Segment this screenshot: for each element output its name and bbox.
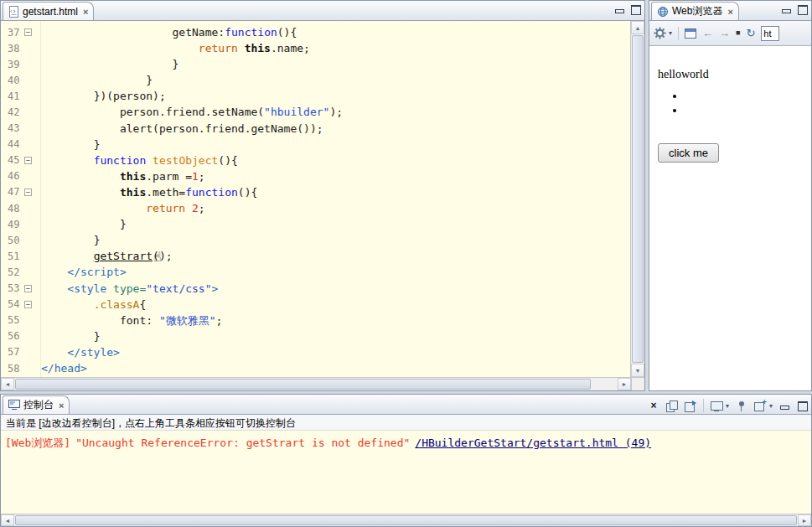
vertical-scroll-thumb[interactable] [632,35,644,363]
code-line[interactable]: </script> [41,264,630,280]
url-input[interactable] [761,26,779,41]
code-line[interactable]: alert(person.friend.getName()); [41,121,630,137]
editor-tabbar: getstart.html × [1,1,644,21]
gutter-line: 54− [1,297,40,313]
editor-vertical-scrollbar[interactable]: ▲ ▼ [630,21,644,377]
maximize-icon[interactable] [630,5,641,14]
console-panel: 控制台 × × ▾ ▾ 当前是 [边改边看控制台]，点右上角工具条相应按钮可切换… [0,394,812,527]
minimize-icon[interactable] [614,5,625,14]
open-console-icon[interactable] [754,400,766,411]
code-line[interactable]: })(person); [41,88,630,104]
pin-console-icon[interactable] [736,400,747,411]
gutter-line: 41 [1,88,40,104]
scroll-up-arrow[interactable]: ▲ [631,21,644,34]
code-line[interactable]: } [41,56,630,72]
maximize-icon[interactable] [797,401,808,411]
tab-web-browser[interactable]: Web浏览器 × [651,2,739,20]
browser-window-icon[interactable] [685,28,696,39]
code-line[interactable]: getStrart(); [41,248,630,264]
horizontal-scroll-thumb[interactable] [15,379,591,390]
code-line[interactable]: return this.name; [41,40,630,56]
code-line[interactable]: getName:function(){ [41,24,630,40]
code-token: type= [113,282,146,295]
stop-icon[interactable]: ■ [736,29,740,37]
code-lines[interactable]: getName:function(){ return this.name; } … [41,21,630,377]
code-line[interactable]: person.friend.setName("hbuilder"); [41,104,630,120]
error-file-link[interactable]: /HBuilderGetStart/getstart.html (49) [415,437,651,449]
scroll-left-arrow[interactable]: ◄ [1,514,14,526]
back-icon[interactable]: ← [702,28,713,39]
scroll-down-arrow[interactable]: ▼ [631,364,644,377]
code-token: ; [216,314,223,327]
open-console-caret[interactable]: ▾ [769,402,773,410]
tab-getstart-html[interactable]: getstart.html × [3,2,94,20]
code-token: </script> [67,266,126,278]
code-editor[interactable]: 37−3839404142434445−4647−484950515253−54… [1,21,644,377]
gutter-line: 58 [1,360,40,376]
code-token [185,202,192,214]
code-line[interactable]: this.parm =1; [41,168,630,184]
code-token: alert(person.friend.getName()); [120,122,323,135]
code-line[interactable]: } [41,216,630,232]
code-line[interactable]: return 2; [41,200,630,216]
code-line[interactable]: } [41,72,630,88]
error-message: "Uncaught ReferenceError: getStrart is n… [75,437,410,449]
minimize-icon[interactable] [781,5,792,14]
code-line[interactable]: } [41,232,630,248]
forward-icon[interactable]: → [719,28,730,39]
refresh-icon[interactable]: ↻ [746,28,755,39]
horizontal-scroll-thumb[interactable] [15,515,797,525]
minimize-icon[interactable] [779,401,790,411]
scroll-right-arrow[interactable]: ► [798,514,811,526]
console-horizontal-scrollbar[interactable]: ◄ ► [1,514,811,526]
close-tab-icon[interactable]: × [727,7,732,17]
code-token: </style> [67,346,120,359]
code-line[interactable]: .classA{ [41,297,630,313]
maximize-icon[interactable] [797,5,808,14]
toolbar-separator [703,399,704,412]
code-line[interactable]: } [41,137,630,152]
code-token [146,154,153,167]
fold-marker[interactable]: − [24,285,32,292]
tab-title: Web浏览器 [672,4,722,18]
tab-console[interactable]: 控制台 × [3,395,70,414]
code-line[interactable]: font: "微软雅黑"; [41,313,630,328]
close-tab-icon[interactable]: × [59,400,64,411]
bullet-list [649,90,811,118]
display-console-icon[interactable] [711,400,722,411]
code-line[interactable]: </style> [41,344,630,360]
code-line[interactable]: } [41,328,630,344]
editor-horizontal-scrollbar[interactable]: ◄ ► [1,377,631,390]
gutter-line: 39 [1,56,40,72]
export-log-icon[interactable] [685,400,696,411]
code-line[interactable]: function testObject(){ [41,152,630,168]
settings-caret-icon[interactable]: ▾ [669,29,672,37]
code-line[interactable]: </head> [41,360,630,376]
code-token: .parm = [146,170,192,183]
settings-gear-icon[interactable] [654,27,666,39]
console-info-bar: 当前是 [边改边看控制台]，点右上角工具条相应按钮可切换控制台 [1,415,811,431]
line-number: 41 [1,90,24,102]
toolbar-separator [678,27,679,40]
fold-marker[interactable]: − [24,301,32,308]
code-line[interactable]: this.meth=function(){ [41,184,630,200]
display-console-caret[interactable]: ▾ [726,402,729,410]
copy-log-icon[interactable] [666,400,678,411]
code-token: (){ [277,26,297,39]
fold-marker[interactable]: − [24,157,32,164]
scroll-right-arrow[interactable]: ► [618,378,631,390]
close-tab-icon[interactable]: × [83,7,88,17]
code-token: "微软雅黑" [159,314,216,327]
editor-panel: getstart.html × 37−3839404142434445−4647… [0,0,645,391]
clear-console-icon[interactable]: × [648,400,659,411]
code-line[interactable]: <style type="text/css"> [41,281,630,297]
code-token: } [173,58,179,70]
code-token: </head> [41,362,87,375]
line-number: 54 [1,298,24,310]
fold-marker[interactable]: − [24,189,32,196]
scroll-left-arrow[interactable]: ◄ [1,378,14,390]
fold-marker[interactable]: − [24,28,32,36]
line-number: 50 [1,235,24,246]
console-error-line: [Web浏览器]"Uncaught ReferenceError: getStr… [5,436,807,450]
click-me-button[interactable]: click me [658,143,719,163]
